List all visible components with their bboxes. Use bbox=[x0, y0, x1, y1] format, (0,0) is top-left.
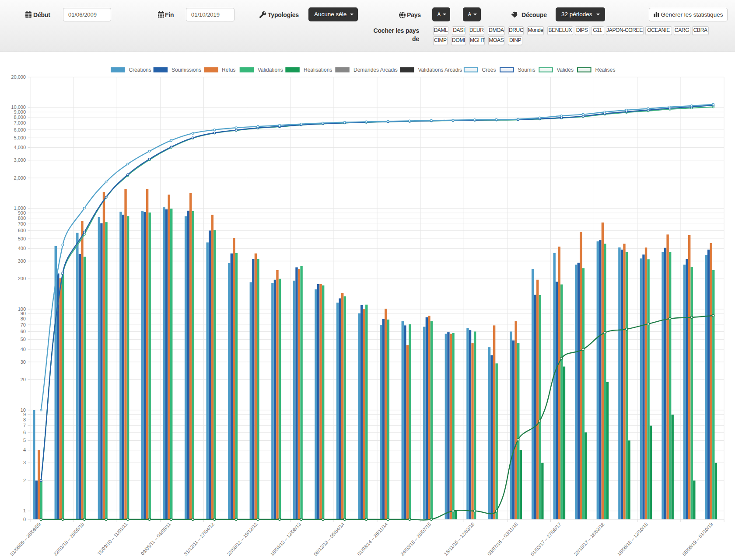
svg-text:Réalisés: Réalisés bbox=[595, 67, 616, 73]
svg-text:08/12/13 – 05/04/14: 08/12/13 – 05/04/14 bbox=[313, 522, 345, 557]
svg-text:200: 200 bbox=[18, 276, 26, 281]
svg-text:22/01/10 – 20/05/10: 22/01/10 – 20/05/10 bbox=[52, 522, 85, 557]
svg-text:6,000: 6,000 bbox=[14, 127, 26, 132]
svg-text:9,000: 9,000 bbox=[14, 109, 26, 115]
svg-text:900: 900 bbox=[18, 210, 26, 216]
svg-text:70: 70 bbox=[21, 322, 26, 327]
svg-text:7,000: 7,000 bbox=[14, 120, 26, 125]
svg-text:500: 500 bbox=[18, 236, 26, 241]
svg-text:2: 2 bbox=[23, 478, 26, 483]
svg-text:4: 4 bbox=[23, 447, 26, 452]
svg-text:Soumis: Soumis bbox=[518, 67, 536, 73]
svg-text:700: 700 bbox=[18, 221, 26, 226]
svg-text:6: 6 bbox=[23, 430, 26, 435]
svg-text:Créations: Créations bbox=[129, 67, 151, 73]
svg-text:Validations: Validations bbox=[258, 67, 283, 73]
svg-text:4,000: 4,000 bbox=[14, 145, 26, 150]
svg-text:01/03/17 – 27/06/17: 01/03/17 – 27/06/17 bbox=[529, 522, 562, 557]
svg-text:5,000: 5,000 bbox=[14, 135, 26, 140]
svg-text:90: 90 bbox=[21, 311, 26, 316]
svg-text:1: 1 bbox=[23, 508, 26, 513]
svg-text:Refus: Refus bbox=[222, 67, 235, 73]
svg-text:08/07/16 – 03/11/16: 08/07/16 – 03/11/16 bbox=[486, 522, 519, 557]
svg-text:01/06/09 – 26/09/09: 01/06/09 – 26/09/09 bbox=[9, 522, 42, 557]
svg-text:8: 8 bbox=[23, 417, 26, 422]
svg-text:16/06/18 – 12/10/18: 16/06/18 – 12/10/18 bbox=[616, 522, 649, 557]
svg-text:Validés: Validés bbox=[557, 67, 574, 73]
svg-text:20,000: 20,000 bbox=[11, 74, 26, 80]
svg-text:31/12/11 – 27/04/12: 31/12/11 – 27/04/12 bbox=[183, 522, 215, 557]
svg-text:Réalisations: Réalisations bbox=[304, 67, 332, 73]
svg-text:40: 40 bbox=[21, 347, 26, 352]
svg-text:50: 50 bbox=[21, 337, 26, 342]
svg-text:23/08/12 – 19/12/12: 23/08/12 – 19/12/12 bbox=[226, 522, 258, 557]
svg-text:15/11/15 – 12/03/16: 15/11/15 – 12/03/16 bbox=[443, 522, 476, 557]
svg-text:05/06/19 – 01/10/19: 05/06/19 – 01/10/19 bbox=[681, 522, 714, 557]
svg-text:2,000: 2,000 bbox=[14, 175, 26, 181]
svg-text:16/04/13 – 12/08/13: 16/04/13 – 12/08/13 bbox=[270, 522, 302, 557]
svg-text:Soumissions: Soumissions bbox=[172, 67, 201, 73]
svg-text:400: 400 bbox=[18, 246, 26, 251]
svg-text:01/08/14 – 26/11/14: 01/08/14 – 26/11/14 bbox=[356, 522, 388, 557]
svg-text:3: 3 bbox=[23, 460, 26, 465]
svg-text:20: 20 bbox=[21, 377, 26, 382]
svg-text:Créés: Créés bbox=[482, 67, 496, 73]
svg-text:Demandes Arcadis: Demandes Arcadis bbox=[354, 67, 398, 73]
svg-text:80: 80 bbox=[21, 316, 26, 321]
svg-text:5: 5 bbox=[23, 438, 26, 443]
svg-text:09/05/11 – 04/09/11: 09/05/11 – 04/09/11 bbox=[140, 522, 172, 557]
svg-text:8,000: 8,000 bbox=[14, 115, 26, 120]
svg-text:60: 60 bbox=[21, 329, 26, 334]
svg-text:300: 300 bbox=[18, 258, 26, 264]
svg-text:30: 30 bbox=[21, 359, 26, 365]
svg-text:7: 7 bbox=[23, 423, 26, 428]
svg-text:24/03/15 – 20/07/15: 24/03/15 – 20/07/15 bbox=[399, 522, 432, 557]
svg-text:15/09/10 – 11/01/11: 15/09/10 – 11/01/11 bbox=[96, 522, 128, 557]
svg-text:9: 9 bbox=[23, 412, 26, 417]
svg-text:3,000: 3,000 bbox=[14, 157, 26, 163]
svg-text:800: 800 bbox=[18, 216, 26, 221]
svg-text:600: 600 bbox=[18, 228, 26, 233]
svg-text:Validations Arcadis: Validations Arcadis bbox=[418, 67, 462, 73]
svg-text:0: 0 bbox=[23, 517, 26, 522]
svg-text:23/10/17 – 18/02/18: 23/10/17 – 18/02/18 bbox=[573, 522, 605, 557]
